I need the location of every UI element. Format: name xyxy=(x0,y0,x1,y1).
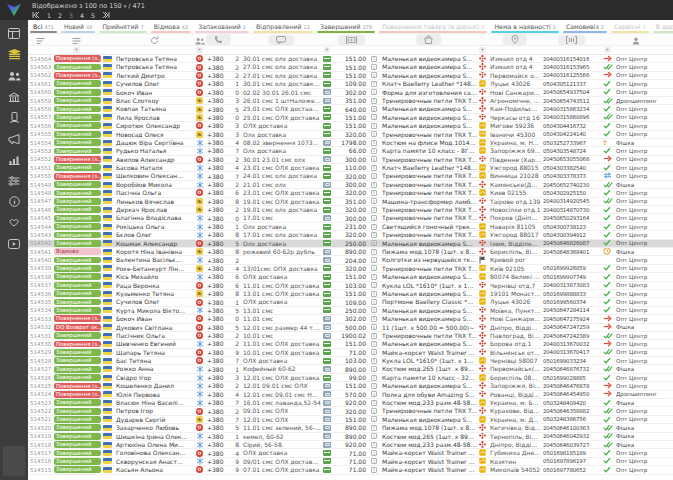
phone-number[interactable]: +380 xyxy=(205,63,231,70)
phone-number[interactable]: +380 xyxy=(205,382,231,389)
tab-відмова[interactable]: Відмова42 xyxy=(149,20,194,33)
phone-number[interactable]: +380 xyxy=(205,399,231,406)
tracking-number[interactable]: 20450648368401 xyxy=(541,248,601,255)
order-row-514540[interactable]: 514540ЗавершенийВалентина Васільє…+38022… xyxy=(28,256,673,264)
tab-в-дорозі-додому[interactable]: В дорозі додому0 xyxy=(651,20,673,33)
filter-dropdown-status[interactable]: ▾ xyxy=(73,47,79,53)
column-header-id[interactable] xyxy=(28,34,52,45)
page-number-5[interactable]: 5 xyxy=(91,12,95,19)
last-page-icon[interactable] xyxy=(102,12,110,18)
order-row-514558[interactable]: 514558ЗавершенийКовпак Татьянаlk+380525.… xyxy=(28,105,673,113)
order-row-514561[interactable]: 514561ЗавершенийСучилов ОлегO+380130.01 … xyxy=(28,80,673,88)
column-header-channel[interactable] xyxy=(614,34,658,45)
phone-number[interactable]: +380 xyxy=(205,105,231,112)
phone-number[interactable]: +380 xyxy=(205,349,231,356)
phone-number[interactable]: +380 xyxy=(205,231,231,238)
order-row-514520[interactable]: 514520ЗавершенийЗахарченко ЛюбовьO+38051… xyxy=(28,424,673,432)
tracking-number[interactable]: 20450646039727 xyxy=(541,441,601,448)
phone-number[interactable]: +380 xyxy=(205,315,231,322)
phone-number[interactable]: +380 xyxy=(205,181,231,188)
phone-number[interactable]: +380 xyxy=(205,433,231,440)
phone-number[interactable]: +380 xyxy=(205,214,231,221)
order-row-514559[interactable]: 514559ЗавершенийВлас Слоткоуlk+380326.01… xyxy=(28,97,673,105)
sidebar-item-stats[interactable] xyxy=(7,153,21,166)
order-row-514543[interactable]: 514543ЗавершенийБєлов Олег+380817.01 смс… xyxy=(28,231,673,239)
tracking-number[interactable]: 0501699926859 xyxy=(541,265,601,272)
phone-number[interactable]: +380 xyxy=(205,114,231,121)
phone-number[interactable]: +380 xyxy=(205,97,231,104)
sidebar-item-info[interactable] xyxy=(7,195,21,208)
phone-number[interactable]: +380 xyxy=(205,391,231,398)
phone-number[interactable]: +380 xyxy=(205,365,231,372)
order-row-514539[interactable]: 514539ЗавершенийРоке-Бетанкурт Лін…lk+38… xyxy=(28,265,673,273)
column-header-name[interactable] xyxy=(114,34,194,45)
tracking-number[interactable]: 0501699028885 xyxy=(541,374,601,381)
tracking-number[interactable]: 20400313873083 xyxy=(541,282,601,289)
phone-number[interactable]: +380 xyxy=(205,273,231,280)
phone-number[interactable]: +380 xyxy=(205,206,231,213)
column-header-phone[interactable] xyxy=(205,34,231,45)
phone-number[interactable]: +380 xyxy=(205,298,231,305)
tracking-number[interactable]: 20400315863234 xyxy=(541,105,601,112)
order-row-514548[interactable]: 514548ЗавершенийПасічна ОльгаO+380623.01… xyxy=(28,189,673,197)
order-row-514522[interactable]: 514522ЗавершенийПетров ІгорO+380209.01 с… xyxy=(28,407,673,415)
phone-number[interactable]: +380 xyxy=(205,256,231,263)
sidebar-item-sales[interactable] xyxy=(7,111,21,124)
tracking-number[interactable]: 20400315860896 xyxy=(541,114,601,121)
tracking-number[interactable]: 0504305121337 xyxy=(541,80,601,87)
tab-відправлений[interactable]: Відправлений12 xyxy=(251,20,315,33)
order-row-514549[interactable]: 514549ЗавершенийВоробйов Микола+380221.0… xyxy=(28,181,673,189)
column-header-city[interactable] xyxy=(488,34,541,45)
phone-number[interactable]: +380 xyxy=(205,407,231,414)
tracking-number[interactable]: 20400313670417 xyxy=(541,349,601,356)
phone-number[interactable]: +380 xyxy=(205,147,231,154)
tracking-number[interactable]: 20400314920545 xyxy=(541,198,601,205)
filter-dropdown-pay[interactable]: ▾ xyxy=(324,47,330,53)
order-row-514555[interactable]: 514555ЗавершенийНовосад Олесяlk+3803Олх … xyxy=(28,131,673,139)
sidebar-item-clients[interactable] xyxy=(7,69,21,82)
filter-dropdown-carrier[interactable]: ▾ xyxy=(479,47,485,53)
order-row-514556[interactable]: 514556ЗавершенийСиротюк ОлександрO+3803О… xyxy=(28,122,673,130)
order-row-514550[interactable]: 514550Повернення (з…Шелковин Олексан…+38… xyxy=(28,172,673,180)
phone-number[interactable]: +380 xyxy=(205,156,231,163)
sidebar-item-video[interactable] xyxy=(7,237,21,250)
order-row-514537[interactable]: 514537ЗавершенийРаца ВеронкаO+380611.01 … xyxy=(28,282,673,290)
order-row-514531[interactable]: 514531ЗавершенийПасічник ОльгаO+380210.0… xyxy=(28,332,673,340)
sidebar-item-dashboard[interactable] xyxy=(7,27,21,40)
phone-number[interactable]: +380 xyxy=(205,164,231,171)
sidebar-item-support[interactable] xyxy=(7,216,21,229)
order-row-514529[interactable]: 514529ЗавершенийШапарь ТетянаO+380910.01… xyxy=(28,349,673,357)
tracking-number[interactable]: 0504300738123 xyxy=(541,223,601,230)
tracking-number[interactable]: 0504304224140 xyxy=(541,131,601,138)
tab-запакований[interactable]: Запакований1 xyxy=(193,20,251,33)
order-row-514563[interactable]: 514563ЗавершенийПетровська ТетянаO+38022… xyxy=(28,63,673,71)
sidebar-item-marketing[interactable] xyxy=(7,132,21,145)
phone-number[interactable]: +380 xyxy=(205,466,231,473)
tracking-number[interactable]: 0504303378373 xyxy=(541,172,601,179)
phone-number[interactable]: +380 xyxy=(205,89,231,96)
phone-number[interactable]: +380 xyxy=(205,332,231,339)
column-header-tracking[interactable] xyxy=(541,34,601,45)
phone-number[interactable]: +380 xyxy=(205,416,231,423)
column-header-status[interactable] xyxy=(52,34,101,45)
phone-number[interactable]: +380 xyxy=(205,265,231,272)
tracking-number[interactable]: 0501699907749 xyxy=(541,273,601,280)
order-row-514554[interactable]: 514554ЗавершенийДацюк Віра Сергіївна+380… xyxy=(28,139,673,147)
tracking-number[interactable]: 20450646476878 xyxy=(541,382,601,389)
phone-number[interactable]: +380 xyxy=(205,290,231,297)
tracking-number[interactable]: 0503248386756 xyxy=(541,416,601,423)
filter-dropdown-source[interactable]: ▾ xyxy=(196,47,202,53)
tab-самовивіз[interactable]: Самовивіз2 xyxy=(561,20,609,33)
order-row-514518[interactable]: 514518ЗавершенийАртюхіна Олена Ми…+3808С… xyxy=(28,441,673,449)
order-row-514516[interactable]: 514516ЗавершенийСкворунская Анаст…+38090… xyxy=(28,458,673,466)
order-row-514552[interactable]: 514552Повернення (з…Авилов АлександрO+38… xyxy=(28,156,673,164)
tracking-number[interactable]: 20450653055068 xyxy=(541,156,601,163)
order-row-514523[interactable]: 514523ЗавершенийВласюк Ніна Василі…+3807… xyxy=(28,399,673,407)
order-row-514536[interactable]: 514536ЗавершенийКузьменко Тетянаlk+38081… xyxy=(28,290,673,298)
page-number-3[interactable]: 3 xyxy=(69,12,73,19)
tracking-number[interactable]: 20400316125566 xyxy=(541,72,601,79)
tracking-number[interactable]: 0504302925150 xyxy=(541,189,601,196)
tracking-number[interactable]: 20450654937504 xyxy=(541,89,601,96)
tracking-number[interactable]: 20450652740230 xyxy=(541,181,601,188)
tab-нема-в-наявності[interactable]: Нема в наявності1 xyxy=(489,20,560,33)
